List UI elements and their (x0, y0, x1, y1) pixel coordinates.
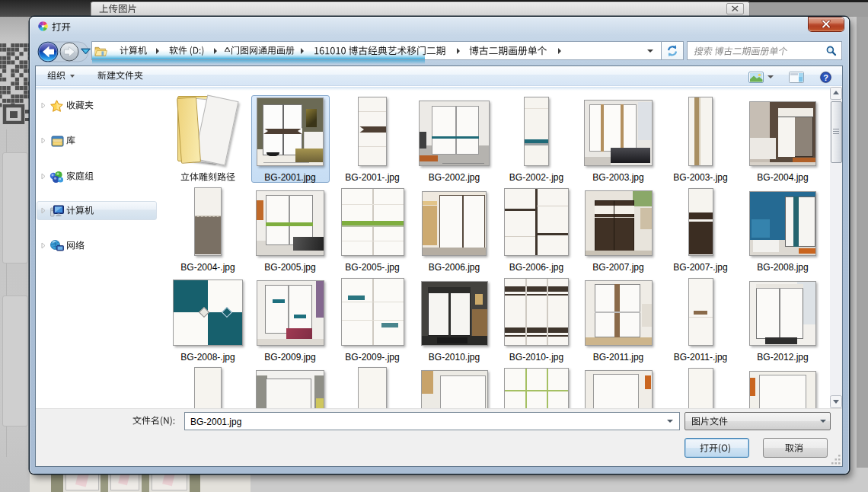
svg-text:?: ? (823, 73, 828, 82)
